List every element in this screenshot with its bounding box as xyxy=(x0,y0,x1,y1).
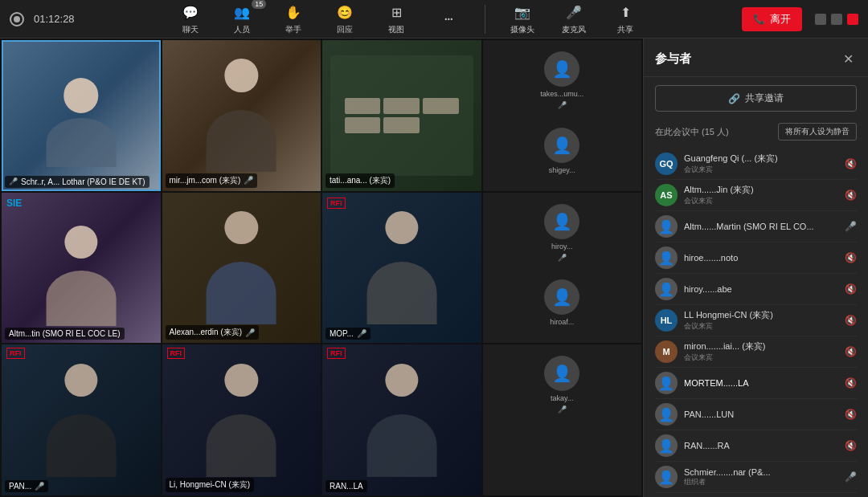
participant-pan[interactable]: 👤 PAN......LUN 🔇 xyxy=(655,399,857,430)
video-cell-avatars[interactable]: 👤 takes...umu... 🎤 👤 shigey... xyxy=(483,40,642,191)
participant-info-hl: LL Hongmei-CN (来宾) 会议来宾 xyxy=(684,309,838,332)
participant-mic-altmartin: 🎤 xyxy=(845,221,857,232)
video-cell-avatars-2[interactable]: 👤 hiroy... 🎤 👤 hiroaf... xyxy=(483,193,642,344)
section-label: 在此会议中 (15 人) xyxy=(655,126,729,138)
mic-button[interactable]: 🎤 麦克风 xyxy=(556,3,592,35)
video-cell-5[interactable]: SIE Altm...tin (SMO RI EL COC LE) xyxy=(2,193,161,344)
mic-icon: 🎤 xyxy=(564,3,583,22)
reaction-icon: 😊 xyxy=(335,3,354,22)
participants-panel: 参与者 ✕ 共享邀请 在此会议中 (15 人) 将所有人设为静音 GQ Guan… xyxy=(643,39,868,497)
participant-mic-hl: 🔇 xyxy=(845,315,857,326)
participant-info-as: Altm......Jin (来宾) 会议来宾 xyxy=(684,184,838,206)
participant-info-m: miron.......iai... (来宾) 会议来宾 xyxy=(684,340,838,363)
avatar-takes-name: takes...umu... xyxy=(540,90,583,98)
people-label: 人员 xyxy=(234,24,250,35)
top-bar: 01:12:28 💬 聊天 👥 人员 15 ✋ 举手 😊 回应 ⊞ 视图 ··· xyxy=(0,0,868,39)
view-button[interactable]: ⊞ 视图 xyxy=(379,3,414,35)
video-name-10: RAN...LA xyxy=(326,480,367,492)
grid-icon: ⊞ xyxy=(387,3,406,22)
participant-ran[interactable]: 👤 RAN......RA 🔇 xyxy=(655,430,857,462)
people-button[interactable]: 👥 人员 15 xyxy=(224,3,260,35)
participant-avatar-hl: HL xyxy=(655,309,678,332)
invite-button[interactable]: 共享邀请 xyxy=(655,85,857,112)
more-button[interactable]: ··· xyxy=(430,9,465,30)
video-cell-col4-row3[interactable]: 👤 takay... 🎤 xyxy=(483,344,642,495)
participant-mic-as: 🔇 xyxy=(845,189,857,201)
participant-sub-m: 会议来宾 xyxy=(684,352,838,363)
participant-name-hiroy: hiroy......abe xyxy=(684,284,838,294)
participant-avatar-schmier: 👤 xyxy=(655,466,678,488)
participant-avatar-gq: GQ xyxy=(655,153,678,175)
person-10 xyxy=(322,344,481,495)
minimize-button[interactable] xyxy=(815,14,826,25)
mic-8: 🎤 xyxy=(35,482,44,491)
video-cell-3[interactable]: tati...ana... (来宾) xyxy=(322,40,481,191)
video-cell-2[interactable]: mir...jm...com (来宾) 🎤 xyxy=(162,40,321,191)
avatar-shigey-name: shigey... xyxy=(549,166,575,174)
participant-avatar-as: AS xyxy=(655,184,678,206)
video-cell-9[interactable]: RFI Li, Hongmei-CN (来宾) xyxy=(162,344,321,495)
participants-list: GQ Guangfeng Qi (... (来宾) 会议来宾 🔇 AS Altm… xyxy=(644,149,868,497)
participant-schmier[interactable]: 👤 Schmier.......nar (P&... 组织者 🎤 xyxy=(655,462,857,493)
participant-guangfeng[interactable]: GQ Guangfeng Qi (... (来宾) 会议来宾 🔇 xyxy=(655,149,857,180)
close-sidebar-button[interactable]: ✕ xyxy=(840,48,857,70)
participant-avatar-hiroy: 👤 xyxy=(655,278,678,300)
participant-name-m: miron.......iai... (来宾) xyxy=(684,340,838,352)
participant-name-hiroe: hiroe.......noto xyxy=(684,253,838,263)
participant-info-ran: RAN......RA xyxy=(684,441,838,450)
video-cell-7[interactable]: RFI MOP... 🎤 xyxy=(322,193,481,344)
participant-hiroy[interactable]: 👤 hiroy......abe 🔇 xyxy=(655,274,857,305)
participant-name-mort: MORTEM......LA xyxy=(684,378,838,388)
mic-status-1: 🎤 xyxy=(9,177,18,185)
participant-mic-mort: 🔇 xyxy=(845,377,857,389)
participant-mortem[interactable]: 👤 MORTEM......LA 🔇 xyxy=(655,368,857,399)
chat-icon: 💬 xyxy=(181,3,200,22)
video-name-3: tati...ana... (来宾) xyxy=(326,173,395,188)
participant-altmartin[interactable]: 👤 Altm......Martin (SMO RI EL CO... 🎤 xyxy=(655,211,857,242)
camera-icon: 📷 xyxy=(513,3,532,22)
maximize-button[interactable] xyxy=(831,14,842,25)
participant-altmin-jin[interactable]: AS Altm......Jin (来宾) 会议来宾 🔇 xyxy=(655,180,857,211)
avatar-hiroaf: 👤 hiroaf... xyxy=(544,270,579,337)
participant-name-altmartin: Altm......Martin (SMO RI EL CO... xyxy=(684,222,838,231)
window-controls xyxy=(815,14,858,25)
close-button[interactable] xyxy=(847,14,858,25)
participant-hiroe[interactable]: 👤 hiroe.......noto 🔇 xyxy=(655,242,857,274)
mic-7: 🎤 xyxy=(357,329,366,338)
top-bar-left: 01:12:28 xyxy=(10,12,75,26)
participant-info-altmartin: Altm......Martin (SMO RI EL CO... xyxy=(684,222,838,231)
participant-mic-m: 🔇 xyxy=(845,346,857,357)
person-7 xyxy=(322,193,481,344)
participant-name-ran: RAN......RA xyxy=(684,441,838,450)
camera-label: 摄像头 xyxy=(510,24,534,35)
main-content: 🎤 Schr..r, A... Lothar (P&O IE DE KT) mi… xyxy=(0,39,868,497)
video-cell-10[interactable]: RFI RAN...LA xyxy=(322,344,481,495)
participant-info-hiroy: hiroy......abe xyxy=(684,284,838,294)
participant-sub-hl: 会议来宾 xyxy=(684,321,838,332)
participant-name-gq: Guangfeng Qi (... (来宾) xyxy=(684,153,838,165)
video-cell-8[interactable]: RFI PAN... 🎤 xyxy=(2,344,161,495)
participant-info-pan: PAN......LUN xyxy=(684,409,838,419)
participant-miron[interactable]: M miron.......iai... (来宾) 会议来宾 🔇 xyxy=(655,336,857,368)
reaction-button[interactable]: 😊 回应 xyxy=(327,3,362,35)
people-badge: 15 xyxy=(252,0,266,9)
video-cell-1[interactable]: 🎤 Schr..r, A... Lothar (P&O IE DE KT) xyxy=(2,40,161,191)
share-button[interactable]: ⬆ 共享 xyxy=(608,3,643,35)
top-bar-right: 离开 xyxy=(742,7,858,31)
participant-mic-gq: 🔇 xyxy=(845,158,857,169)
participant-mic-hiroy: 🔇 xyxy=(845,283,857,295)
mute-all-button[interactable]: 将所有人设为静音 xyxy=(778,123,857,141)
video-name-8: PAN... 🎤 xyxy=(5,480,48,492)
video-cell-6[interactable]: Alexan...erdin (来宾) 🎤 xyxy=(162,193,321,344)
chat-button[interactable]: 💬 聊天 xyxy=(173,3,208,35)
raise-hand-button[interactable]: ✋ 举手 xyxy=(276,3,311,35)
person-5 xyxy=(2,193,161,344)
participant-ll-hongmei[interactable]: HL LL Hongmei-CN (来宾) 会议来宾 🔇 xyxy=(655,305,857,336)
camera-button[interactable]: 📷 摄像头 xyxy=(505,3,540,35)
leave-button[interactable]: 离开 xyxy=(742,7,802,31)
participant-sub-as: 会议来宾 xyxy=(684,196,838,206)
participant-avatar-m: M xyxy=(655,340,678,363)
participant-avatar-mort: 👤 xyxy=(655,372,678,394)
participant-name-pan: PAN......LUN xyxy=(684,409,838,419)
participant-shige[interactable]: 👤 shige........hi 🔇 xyxy=(655,493,857,497)
